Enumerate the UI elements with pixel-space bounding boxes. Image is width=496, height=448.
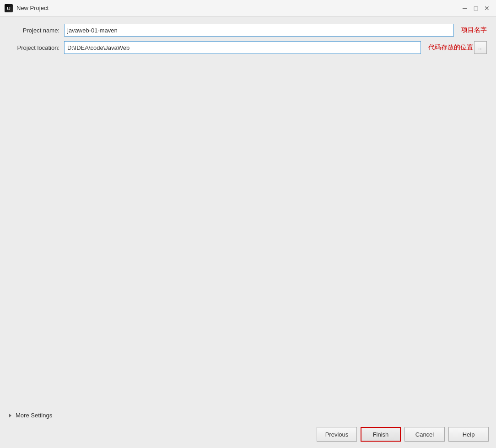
help-button[interactable]: Help	[448, 427, 489, 442]
project-name-label: Project name:	[9, 27, 64, 34]
more-settings-row[interactable]: More Settings	[0, 408, 496, 422]
project-name-row: Project name: 项目名字	[9, 24, 487, 37]
cancel-button[interactable]: Cancel	[404, 427, 445, 442]
project-location-input-container: 代码存放的位置 ...	[64, 41, 487, 54]
bottom-bar: More Settings Previous Finish Cancel Hel…	[0, 408, 496, 448]
maximize-button[interactable]: □	[471, 4, 480, 13]
close-button[interactable]: ✕	[482, 4, 491, 13]
title-bar-controls: ─ □ ✕	[460, 4, 491, 13]
project-name-input-container: 项目名字	[64, 24, 487, 37]
project-name-input[interactable]	[64, 24, 454, 37]
app-icon: IJ	[5, 4, 13, 12]
more-settings-label: More Settings	[16, 412, 52, 419]
project-location-label: Project location:	[9, 44, 64, 51]
chevron-right-icon	[7, 413, 13, 418]
project-location-annotation: 代码存放的位置	[428, 43, 473, 52]
idea-logo: IJ	[5, 4, 13, 12]
finish-button[interactable]: Finish	[361, 427, 401, 442]
project-location-input[interactable]	[64, 41, 421, 54]
title-bar-left: IJ New Project	[5, 4, 49, 12]
project-name-annotation: 项目名字	[461, 26, 487, 34]
button-row: Previous Finish Cancel Help	[0, 422, 496, 448]
dialog-content: Project name: 项目名字 Project location: 代码存…	[0, 16, 496, 408]
dialog-window: IJ New Project ─ □ ✕ Project name: 项目名字 …	[0, 0, 496, 448]
minimize-button[interactable]: ─	[460, 4, 469, 13]
title-bar: IJ New Project ─ □ ✕	[0, 0, 496, 16]
browse-button[interactable]: ...	[474, 41, 487, 54]
project-location-row: Project location: 代码存放的位置 ...	[9, 41, 487, 54]
dialog-title: New Project	[16, 5, 49, 11]
form-area: Project name: 项目名字 Project location: 代码存…	[9, 24, 487, 59]
previous-button[interactable]: Previous	[317, 427, 357, 442]
